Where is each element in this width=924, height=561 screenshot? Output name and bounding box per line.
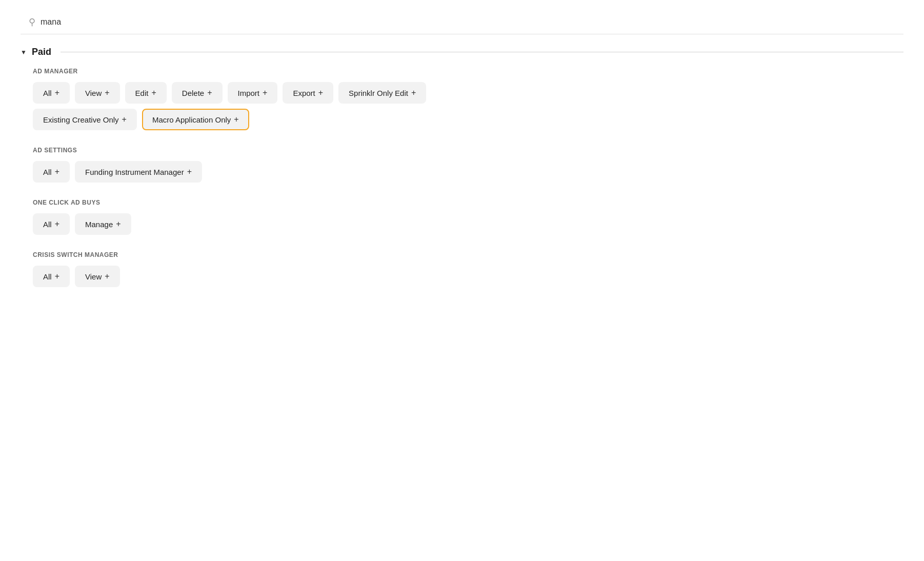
pills-row-ad-manager-1: Existing Creative Only+Macro Application… xyxy=(33,109,903,130)
pill-label: Edit xyxy=(135,89,149,97)
subsection-title-ad-settings: AD SETTINGS xyxy=(33,147,903,154)
pill-plus-icon: + xyxy=(116,219,120,229)
page-container: ⚲ ▼PaidAD MANAGERAll+View+Edit+Delete+Im… xyxy=(0,0,924,314)
pill-edit[interactable]: Edit+ xyxy=(125,82,167,104)
pill-import[interactable]: Import+ xyxy=(228,82,278,104)
subsection-title-one-click-ad-buys: ONE CLICK AD BUYS xyxy=(33,199,903,206)
pill-view[interactable]: View+ xyxy=(75,82,120,104)
pill-export[interactable]: Export+ xyxy=(283,82,333,104)
pill-label: Sprinklr Only Edit xyxy=(349,89,408,97)
chevron-down-icon[interactable]: ▼ xyxy=(21,49,27,56)
pill-manage[interactable]: Manage+ xyxy=(75,213,131,235)
pill-existing-creative-only[interactable]: Existing Creative Only+ xyxy=(33,109,137,130)
pill-all[interactable]: All+ xyxy=(33,266,70,287)
subsection-ad-manager: AD MANAGERAll+View+Edit+Delete+Import+Ex… xyxy=(21,68,903,130)
pill-delete[interactable]: Delete+ xyxy=(172,82,223,104)
pill-plus-icon: + xyxy=(318,88,323,97)
pill-label: Macro Application Only xyxy=(152,115,231,124)
pill-label: Delete xyxy=(182,89,204,97)
section-title-paid: Paid xyxy=(32,47,51,57)
pills-row-crisis-switch-manager-0: All+View+ xyxy=(33,266,903,287)
pill-plus-icon: + xyxy=(207,88,212,97)
pill-plus-icon: + xyxy=(55,167,59,176)
pill-label: All xyxy=(43,272,52,281)
pills-row-one-click-ad-buys-0: All+Manage+ xyxy=(33,213,903,235)
pill-plus-icon: + xyxy=(55,272,59,281)
search-bar: ⚲ xyxy=(21,10,903,34)
pill-label: Export xyxy=(293,89,315,97)
pill-funding-instrument-manager[interactable]: Funding Instrument Manager+ xyxy=(75,161,202,183)
pill-plus-icon: + xyxy=(55,88,59,97)
section-header-paid[interactable]: ▼Paid xyxy=(21,47,903,57)
pill-label: All xyxy=(43,220,52,229)
pills-row-ad-settings-0: All+Funding Instrument Manager+ xyxy=(33,161,903,183)
pill-plus-icon: + xyxy=(234,115,238,124)
pill-label: All xyxy=(43,168,52,176)
pill-label: View xyxy=(85,272,102,281)
pill-all[interactable]: All+ xyxy=(33,82,70,104)
pill-plus-icon: + xyxy=(263,88,267,97)
subsection-title-ad-manager: AD MANAGER xyxy=(33,68,903,75)
pill-plus-icon: + xyxy=(122,115,127,124)
subsection-ad-settings: AD SETTINGSAll+Funding Instrument Manage… xyxy=(21,147,903,183)
search-input[interactable] xyxy=(41,17,194,27)
subsection-title-crisis-switch-manager: CRISIS SWITCH MANAGER xyxy=(33,251,903,258)
pill-label: All xyxy=(43,89,52,97)
pill-label: Funding Instrument Manager xyxy=(85,168,184,176)
section-divider xyxy=(61,52,903,52)
subsection-crisis-switch-manager: CRISIS SWITCH MANAGERAll+View+ xyxy=(21,251,903,287)
pill-label: Existing Creative Only xyxy=(43,115,119,124)
pill-label: Import xyxy=(238,89,260,97)
pill-label: View xyxy=(85,89,102,97)
pill-macro-application-only[interactable]: Macro Application Only+ xyxy=(142,109,249,130)
pill-all[interactable]: All+ xyxy=(33,161,70,183)
pill-plus-icon: + xyxy=(411,88,416,97)
pill-plus-icon: + xyxy=(55,219,59,229)
pill-view[interactable]: View+ xyxy=(75,266,120,287)
pill-label: Manage xyxy=(85,220,113,229)
pill-sprinklr-only-edit[interactable]: Sprinklr Only Edit+ xyxy=(338,82,426,104)
pill-plus-icon: + xyxy=(105,272,109,281)
pill-plus-icon: + xyxy=(105,88,109,97)
sections-root: ▼PaidAD MANAGERAll+View+Edit+Delete+Impo… xyxy=(21,47,903,287)
search-icon: ⚲ xyxy=(29,16,35,28)
pill-plus-icon: + xyxy=(187,167,192,176)
pill-plus-icon: + xyxy=(151,88,156,97)
pills-row-ad-manager-0: All+View+Edit+Delete+Import+Export+Sprin… xyxy=(33,82,903,104)
pill-all[interactable]: All+ xyxy=(33,213,70,235)
subsection-one-click-ad-buys: ONE CLICK AD BUYSAll+Manage+ xyxy=(21,199,903,235)
